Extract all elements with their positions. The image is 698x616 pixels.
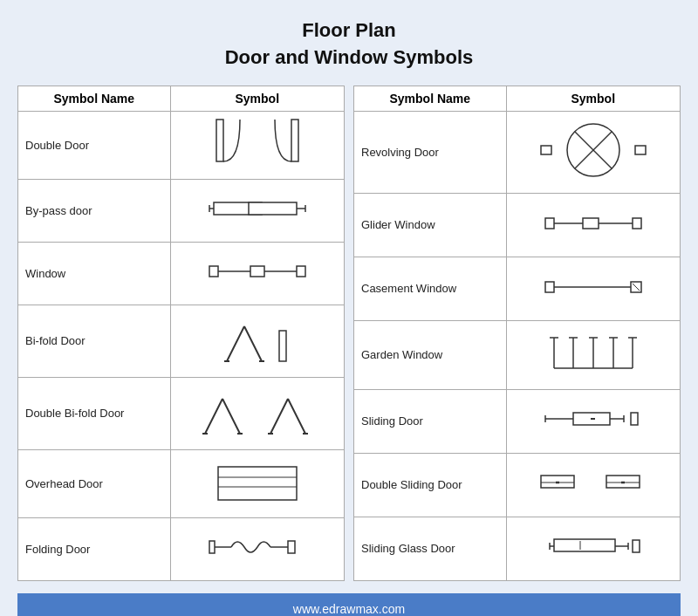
left-header-symbol: Symbol <box>170 86 344 111</box>
symbol-name: Glider Window <box>354 193 507 257</box>
table-row: Double Bi-fold Door <box>18 377 345 449</box>
symbol-name: By-pass door <box>18 179 171 242</box>
svg-rect-72 <box>633 540 640 552</box>
symbol-name: Revolving Door <box>354 111 507 193</box>
svg-rect-29 <box>209 541 215 553</box>
svg-rect-60 <box>631 413 638 425</box>
symbol-name: Double Bi-fold Door <box>18 377 171 449</box>
symbol-name: Sliding Door <box>354 389 507 453</box>
svg-rect-38 <box>633 218 641 229</box>
table-row: Glider Window <box>354 193 681 257</box>
svg-rect-41 <box>545 282 554 292</box>
symbol-name: Double Sliding Door <box>354 453 507 517</box>
svg-rect-13 <box>279 331 286 361</box>
table-row: Revolving Door <box>354 111 681 193</box>
svg-rect-39 <box>583 218 599 229</box>
symbol-cell <box>506 453 680 517</box>
table-row: Window <box>18 242 345 305</box>
symbol-cell <box>170 377 344 449</box>
svg-rect-10 <box>250 266 264 277</box>
page-title: Floor Plan Door and Window Symbols <box>225 17 474 72</box>
footer-bar: www.edrawmax.com <box>17 593 681 616</box>
symbol-cell <box>170 242 344 305</box>
svg-rect-8 <box>209 266 218 277</box>
table-row: Sliding Glass Door <box>354 517 681 580</box>
svg-rect-70 <box>554 539 615 551</box>
svg-rect-30 <box>288 541 295 553</box>
svg-line-17 <box>222 399 240 434</box>
table-row: Garden Window <box>354 320 681 389</box>
svg-rect-34 <box>541 146 551 154</box>
symbol-cell <box>506 193 680 257</box>
tables-wrapper: Symbol Name Symbol Double Door <box>17 86 681 581</box>
symbol-cell <box>506 389 680 453</box>
symbol-name: Double Door <box>18 111 171 179</box>
table-row: By-pass door <box>18 179 345 242</box>
right-header-symbol: Symbol <box>506 86 680 111</box>
table-row: Overhead Door <box>18 449 345 517</box>
title-section: Floor Plan Door and Window Symbols <box>225 17 474 72</box>
table-row: Folding Door <box>18 517 345 580</box>
svg-rect-37 <box>545 218 554 229</box>
symbol-name: Garden Window <box>354 320 507 389</box>
table-row: Casement Window <box>354 257 681 320</box>
svg-rect-35 <box>635 146 646 154</box>
svg-line-16 <box>205 399 222 434</box>
svg-rect-0 <box>216 120 223 161</box>
svg-line-11 <box>227 326 244 361</box>
symbol-cell <box>506 517 680 580</box>
right-table: Symbol Name Symbol Revolving Door <box>353 86 681 581</box>
left-header-name: Symbol Name <box>18 86 171 111</box>
table-row: Double Sliding Door <box>354 453 681 517</box>
svg-rect-9 <box>297 266 305 277</box>
symbol-cell <box>170 449 344 517</box>
svg-rect-24 <box>218 467 297 500</box>
symbol-cell <box>506 257 680 320</box>
symbol-cell <box>170 305 344 377</box>
symbol-cell <box>170 111 344 179</box>
table-row: Double Door <box>18 111 345 179</box>
symbol-name: Folding Door <box>18 517 171 580</box>
footer-text: www.edrawmax.com <box>293 602 405 616</box>
symbol-name: Casement Window <box>354 257 507 320</box>
svg-line-12 <box>244 326 262 361</box>
symbol-cell <box>170 179 344 242</box>
symbol-cell <box>170 517 344 580</box>
symbol-name: Overhead Door <box>18 449 171 517</box>
symbol-name: Window <box>18 242 171 305</box>
svg-rect-1 <box>291 120 298 161</box>
right-header-name: Symbol Name <box>354 86 507 111</box>
left-table: Symbol Name Symbol Double Door <box>17 86 345 581</box>
svg-rect-6 <box>249 202 297 215</box>
table-row: Sliding Door <box>354 389 681 453</box>
svg-line-21 <box>288 399 305 434</box>
symbol-cell <box>506 320 680 389</box>
svg-line-20 <box>270 399 288 434</box>
symbol-name: Bi-fold Door <box>18 305 171 377</box>
table-row: Bi-fold Door <box>18 305 345 377</box>
symbol-name: Sliding Glass Door <box>354 517 507 580</box>
symbol-cell <box>506 111 680 193</box>
